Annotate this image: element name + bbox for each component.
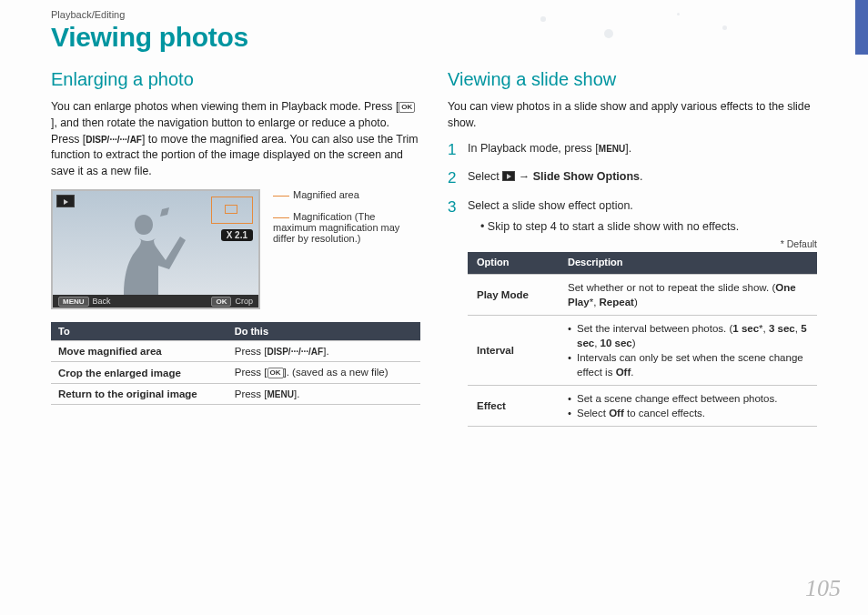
bold: Repeat bbox=[600, 297, 634, 308]
menu-icon: MENU bbox=[599, 144, 625, 154]
viewer-annotations: Magnified area Magnification (The maximu… bbox=[273, 189, 409, 255]
breadcrumb: Playback/Editing bbox=[51, 9, 868, 20]
playback-icon bbox=[56, 195, 75, 207]
heading-enlarge: Enlarging a photo bbox=[51, 69, 420, 90]
steps-list: In Playback mode, press [MENU]. Select →… bbox=[448, 141, 817, 428]
text: Select bbox=[577, 408, 609, 418]
bold: 3 sec bbox=[769, 323, 795, 334]
nav-keys-icon: DISP/···/···/AF bbox=[267, 347, 324, 357]
text: Set the interval between photos. ( bbox=[577, 323, 732, 334]
cell: Interval bbox=[468, 315, 559, 385]
text: Select bbox=[468, 170, 502, 183]
bold: 10 sec bbox=[601, 338, 632, 348]
text: ) bbox=[632, 338, 636, 348]
cell: Play Mode bbox=[468, 274, 559, 315]
text: Press [ bbox=[235, 346, 267, 357]
cell: Effect bbox=[468, 386, 559, 427]
th-description: Description bbox=[559, 252, 817, 274]
paragraph-slideshow: You can view photos in a slide show and … bbox=[448, 99, 817, 132]
slide-show-options-label: Slide Show Options bbox=[533, 170, 640, 183]
table-row: Play Mode Set whether or not to repeat t… bbox=[468, 274, 817, 315]
step-3: Select a slide show effect option. Skip … bbox=[448, 198, 817, 428]
photo-viewer: X 2.1 MENU Back OK Crop bbox=[51, 189, 260, 309]
th-to: To bbox=[51, 322, 227, 341]
th-option: Option bbox=[468, 252, 559, 274]
table-row: Return to the original image Press [MENU… bbox=[51, 384, 420, 405]
cell: Press [OK]. (saved as a new file) bbox=[227, 362, 420, 384]
ok-icon: OK bbox=[267, 368, 284, 378]
text: Set whether or not to repeat the slide s… bbox=[568, 282, 775, 293]
list-item: Set a scene change effect between photos… bbox=[568, 391, 808, 406]
text: Select a slide show effect option. bbox=[468, 199, 633, 212]
cell: Set the interval between photos. (1 sec*… bbox=[559, 315, 817, 385]
column-left: Enlarging a photo You can enlarge photos… bbox=[51, 69, 420, 439]
text: Press [ bbox=[235, 388, 267, 399]
table-row: Move magnified area Press [DISP/···/···/… bbox=[51, 341, 420, 362]
ok-icon: OK bbox=[399, 102, 415, 113]
options-table: Option Description Play Mode Set whether… bbox=[468, 252, 817, 427]
cell: Return to the original image bbox=[51, 384, 227, 405]
list-item: Set the interval between photos. (1 sec*… bbox=[568, 321, 808, 350]
back-label: Back bbox=[93, 297, 111, 306]
cell: Press [MENU]. bbox=[227, 384, 420, 405]
nav-keys-icon: DISP/···/···/AF bbox=[86, 135, 142, 145]
paragraph-enlarge: You can enlarge photos when viewing them… bbox=[51, 99, 420, 180]
step-1: In Playback mode, press [MENU]. bbox=[448, 141, 817, 157]
text: In Playback mode, press [ bbox=[468, 142, 599, 155]
table-row: Interval Set the interval between photos… bbox=[468, 315, 817, 385]
cell: Press [DISP/···/···/AF]. bbox=[227, 341, 420, 362]
step-2: Select → Slide Show Options. bbox=[448, 169, 817, 186]
cell: Crop the enlarged image bbox=[51, 362, 227, 384]
playback-icon bbox=[502, 171, 515, 181]
text: ) bbox=[634, 297, 638, 308]
bold: 1 sec bbox=[732, 323, 759, 334]
menu-button-icon: MENU bbox=[58, 297, 89, 307]
annot-magnified-area: Magnified area bbox=[293, 189, 359, 200]
default-note: * Default bbox=[468, 237, 817, 251]
text: ]. bbox=[625, 142, 631, 155]
silhouette-figure bbox=[98, 204, 189, 295]
list-item: Select Off to cancel effects. bbox=[568, 406, 808, 420]
cell: Move magnified area bbox=[51, 341, 227, 362]
magnify-inner-box bbox=[225, 205, 237, 214]
text: ]. (saved as a new file) bbox=[284, 367, 389, 378]
cell: Set a scene change effect between photos… bbox=[559, 386, 817, 427]
text: Intervals can only be set when the scene… bbox=[577, 352, 803, 378]
text: *, bbox=[590, 297, 600, 308]
page-number: 105 bbox=[805, 575, 841, 602]
step-3-note: Skip to step 4 to start a slide show wit… bbox=[480, 219, 817, 236]
column-right: Viewing a slide show You can view photos… bbox=[448, 69, 817, 439]
menu-icon: MENU bbox=[267, 389, 294, 399]
crop-label: Crop bbox=[235, 297, 253, 306]
page-title: Viewing photos bbox=[51, 22, 868, 53]
text: to cancel effects. bbox=[624, 408, 705, 418]
magnify-area-box bbox=[211, 197, 253, 224]
zoom-badge: X 2.1 bbox=[221, 229, 253, 241]
text: ]. bbox=[323, 346, 328, 357]
viewer-illustration: X 2.1 MENU Back OK Crop Magnified area M… bbox=[51, 189, 420, 309]
step-3-sub: Skip to step 4 to start a slide show wit… bbox=[468, 219, 817, 236]
text: You can enlarge photos when viewing them… bbox=[51, 100, 399, 113]
annot-magnification: Magnification (The maximum magnification… bbox=[273, 211, 399, 244]
viewer-footer: MENU Back OK Crop bbox=[53, 295, 258, 308]
th-dothis: Do this bbox=[227, 322, 420, 341]
text: Press [ bbox=[235, 367, 267, 378]
actions-table: To Do this Move magnified area Press [DI… bbox=[51, 322, 420, 405]
text: . bbox=[640, 170, 642, 183]
text: ]. bbox=[294, 388, 299, 399]
right-accent-bar bbox=[855, 0, 868, 55]
table-row: Crop the enlarged image Press [OK]. (sav… bbox=[51, 362, 420, 384]
cell: Set whether or not to repeat the slide s… bbox=[559, 274, 817, 315]
text: → bbox=[515, 170, 532, 183]
table-row: Effect Set a scene change effect between… bbox=[468, 386, 817, 427]
ok-button-icon: OK bbox=[211, 297, 231, 307]
list-item: Intervals can only be set when the scene… bbox=[568, 350, 808, 379]
text: *, bbox=[759, 323, 769, 334]
text: . bbox=[631, 367, 633, 378]
bold: Off bbox=[616, 367, 631, 378]
heading-slideshow: Viewing a slide show bbox=[448, 69, 817, 90]
bold: Off bbox=[609, 408, 624, 418]
